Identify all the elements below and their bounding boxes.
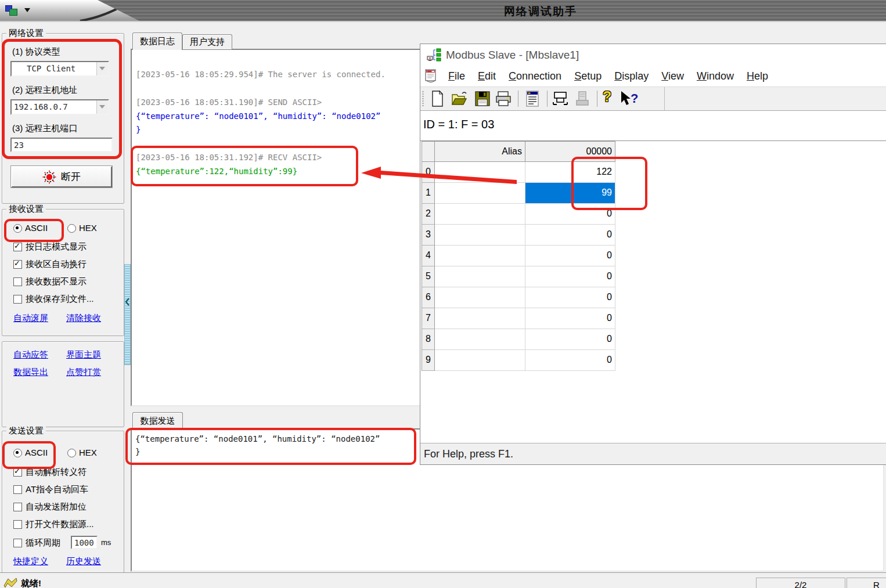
remote-host-select[interactable]: 192.168.0.7 xyxy=(10,99,109,115)
app-icon[interactable] xyxy=(5,5,18,16)
value-cell[interactable]: 0 xyxy=(525,225,615,246)
auto-reply-link[interactable]: 自动应答 xyxy=(13,349,48,360)
status-counter: 2/2 xyxy=(756,578,845,588)
alias-cell[interactable] xyxy=(435,162,525,183)
mdi-document-icon[interactable] xyxy=(424,68,438,84)
log-line-recv-header: [2023-05-16 18:05:31.192]# RECV ASCII> xyxy=(136,153,322,162)
toolbar-grip[interactable] xyxy=(422,91,424,107)
value-cell[interactable]: 0 xyxy=(525,204,615,225)
context-help-icon[interactable]: ? xyxy=(619,90,640,107)
row-header[interactable]: 8 xyxy=(422,329,435,350)
row-header[interactable]: 9 xyxy=(422,350,435,371)
quick-define-link[interactable]: 快捷定义 xyxy=(13,556,48,567)
menu-display[interactable]: Display xyxy=(610,70,653,82)
ui-theme-link[interactable]: 界面主题 xyxy=(66,349,101,360)
alias-cell[interactable] xyxy=(435,183,525,204)
send-checkbox-append-label: 自动发送附加位 xyxy=(26,502,87,513)
modbus-titlebar[interactable]: Modbus Slave - [Mbslave1] xyxy=(420,44,886,66)
help-icon[interactable]: ? xyxy=(603,88,611,105)
remote-host-label: (2) 远程主机地址 xyxy=(12,85,78,96)
history-send-link[interactable]: 历史发送 xyxy=(66,556,101,567)
remote-port-input[interactable]: 23 xyxy=(10,138,113,152)
menu-view[interactable]: View xyxy=(657,70,688,82)
row-header[interactable]: 6 xyxy=(422,287,435,308)
value-cell[interactable]: 122 xyxy=(525,162,615,183)
value-cell[interactable]: 0 xyxy=(525,287,615,308)
disconnect-button[interactable]: 断开 xyxy=(11,166,112,187)
alias-cell[interactable] xyxy=(435,246,525,266)
table-row: 4 0 xyxy=(422,246,615,266)
log-line-recv-json: {“temperature”:122,“humidity”:99} xyxy=(136,167,297,176)
collapse-chevron-icon xyxy=(125,297,130,306)
value-cell[interactable]: 0 xyxy=(525,329,615,350)
communication-icon[interactable] xyxy=(574,90,591,107)
address-column-header: 00000 xyxy=(525,142,615,162)
row-header[interactable]: 5 xyxy=(422,266,435,287)
new-file-icon[interactable] xyxy=(428,90,446,107)
table-header-row: Alias 00000 xyxy=(422,142,615,162)
menu-edit[interactable]: Edit xyxy=(474,70,500,82)
alias-cell[interactable] xyxy=(435,287,525,308)
send-checkbox-append[interactable] xyxy=(13,503,22,511)
alias-cell[interactable] xyxy=(435,329,525,350)
row-header[interactable]: 1 xyxy=(422,183,435,204)
recv-checkbox-log-mode[interactable] xyxy=(13,243,22,251)
value-cell[interactable]: 0 xyxy=(525,246,615,266)
send-hex-radio[interactable] xyxy=(67,449,76,457)
protocol-dropdown-button[interactable] xyxy=(96,62,108,75)
print-icon[interactable] xyxy=(495,90,512,107)
app-statusbar: 就绪! 2/2 R xyxy=(0,572,886,588)
recv-ascii-radio[interactable] xyxy=(13,224,22,233)
protocol-type-select[interactable]: TCP Client xyxy=(10,61,109,77)
menu-connection[interactable]: Connection xyxy=(505,70,566,82)
alias-column-header: Alias xyxy=(435,142,525,162)
alias-cell[interactable] xyxy=(435,308,525,329)
row-header[interactable]: 0 xyxy=(422,162,435,183)
data-export-link[interactable]: 数据导出 xyxy=(13,367,48,378)
menu-file[interactable]: File xyxy=(444,70,469,82)
like-tip-link[interactable]: 点赞打赏 xyxy=(66,367,101,378)
row-header[interactable]: 3 xyxy=(422,225,435,246)
menu-help[interactable]: Help xyxy=(743,70,772,82)
value-cell[interactable]: 0 xyxy=(525,350,615,371)
recv-checkbox-hide[interactable] xyxy=(13,277,22,286)
log-line-send-json: {“temperature”: “node0101”, “humidity”: … xyxy=(136,111,380,121)
modbus-menubar: File Edit Connection Setup Display View … xyxy=(420,66,886,86)
send-checkbox-file-source[interactable] xyxy=(13,520,22,529)
send-checkbox-escape[interactable] xyxy=(13,468,22,477)
row-header[interactable]: 4 xyxy=(422,246,435,266)
recv-checkbox-save-file[interactable] xyxy=(13,295,22,304)
auto-scroll-link[interactable]: 自动滚屏 xyxy=(13,313,48,324)
row-header[interactable]: 2 xyxy=(422,204,435,225)
alias-cell[interactable] xyxy=(435,225,525,246)
recv-checkbox-wrap[interactable] xyxy=(13,260,22,269)
app-titlebar[interactable]: 网络调试助手 xyxy=(0,0,886,22)
save-icon[interactable] xyxy=(474,90,491,107)
chevron-down-icon[interactable] xyxy=(24,8,30,15)
menu-window[interactable]: Window xyxy=(693,70,738,82)
display-setup-icon[interactable] xyxy=(524,90,541,107)
send-checkbox-at-cr[interactable] xyxy=(13,485,22,494)
tab-data-send[interactable]: 数据发送 xyxy=(132,412,183,430)
value-cell[interactable]: 0 xyxy=(525,308,615,329)
panel-collapse-handle[interactable] xyxy=(124,264,131,365)
alias-cell[interactable] xyxy=(435,266,525,287)
value-cell-selected[interactable]: 99 xyxy=(525,183,615,204)
menu-setup[interactable]: Setup xyxy=(570,70,606,82)
value-cell[interactable]: 0 xyxy=(525,266,615,287)
modbus-client-area[interactable]: Alias 00000 0 122 1 99 2 0 xyxy=(420,141,886,443)
alias-cell[interactable] xyxy=(435,350,525,371)
clear-receive-link[interactable]: 清除接收 xyxy=(66,313,101,324)
modbus-app-icon xyxy=(427,48,442,62)
open-file-icon[interactable] xyxy=(451,90,468,107)
send-ascii-radio[interactable] xyxy=(13,449,22,457)
cycle-period-input[interactable]: 1000 xyxy=(71,536,98,549)
alias-cell[interactable] xyxy=(435,204,525,225)
tab-data-log[interactable]: 数据日志 xyxy=(132,33,182,50)
tab-user-support[interactable]: 用户支持 xyxy=(182,34,232,49)
remote-host-dropdown-button[interactable] xyxy=(96,100,108,114)
recv-hex-radio[interactable] xyxy=(67,224,76,233)
send-checkbox-cycle[interactable] xyxy=(13,539,22,547)
row-header[interactable]: 7 xyxy=(422,308,435,329)
poll-definition-icon[interactable] xyxy=(552,90,569,107)
